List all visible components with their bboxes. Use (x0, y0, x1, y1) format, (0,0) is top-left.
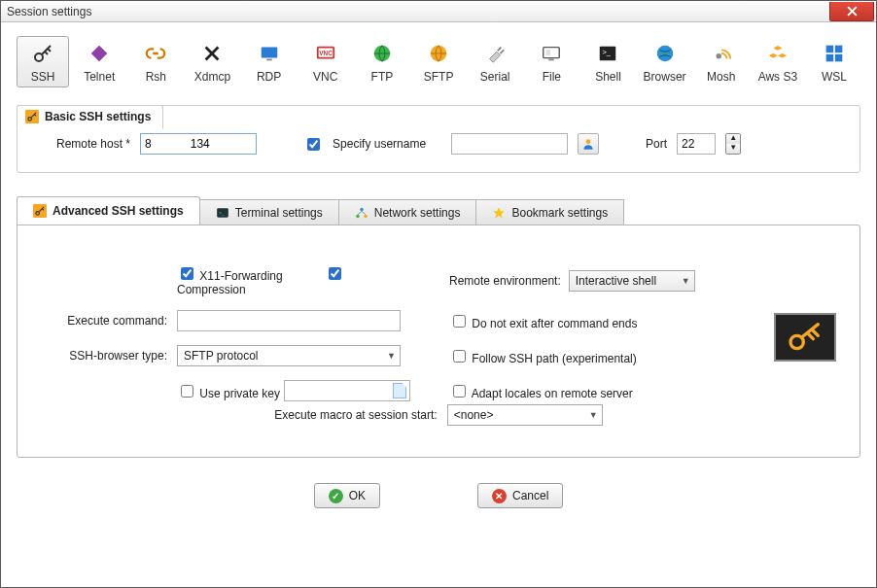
specify-username-checkbox[interactable] (307, 138, 320, 151)
svg-text:>_: >_ (219, 209, 225, 215)
svg-point-13 (716, 53, 721, 59)
protocol-ssh[interactable]: SSH (17, 36, 69, 87)
port-spinner[interactable]: ▲ ▼ (725, 133, 741, 155)
cancel-button[interactable]: ✕ Cancel (477, 483, 563, 508)
key-large-icon (786, 321, 824, 354)
macro-select[interactable]: <none> ▼ (447, 404, 603, 426)
ok-button[interactable]: ✓ OK (314, 483, 380, 508)
remote-host-input[interactable] (140, 133, 257, 155)
svg-text:VNC: VNC (319, 50, 333, 56)
key-icon (33, 204, 47, 218)
compression-checkbox[interactable] (329, 267, 341, 280)
svg-point-20 (586, 139, 591, 144)
username-input[interactable] (451, 133, 568, 155)
protocol-vnc[interactable]: VNC VNC (299, 36, 352, 87)
tab-terminal-settings[interactable]: >_ Terminal settings (199, 199, 339, 225)
file-icon[interactable] (393, 383, 406, 398)
key-icon (30, 41, 55, 66)
protocol-mosh[interactable]: Mosh (695, 36, 748, 87)
browser-type-select[interactable]: SFTP protocol ▼ (177, 345, 401, 366)
protocol-label: WSL (809, 70, 859, 84)
macro-label: Execute macro at session start: (274, 408, 437, 422)
remote-env-select[interactable]: Interactive shell ▼ (569, 270, 695, 292)
protocol-rsh[interactable]: Rsh (129, 36, 182, 87)
protocol-label: Shell (582, 70, 633, 84)
remote-env-value: Interactive shell (576, 274, 656, 288)
follow-path-label: Follow SSH path (experimental) (472, 352, 636, 365)
x11-option[interactable]: X11-Forwarding (177, 269, 286, 283)
protocol-awss3[interactable]: Aws S3 (752, 36, 804, 87)
basic-ssh-group: Basic SSH settings Remote host * Specify… (17, 105, 860, 173)
ssh-key-badge[interactable] (774, 313, 836, 362)
close-button[interactable] (829, 2, 874, 21)
private-key-label: Use private key (199, 387, 280, 400)
svg-text:>_: >_ (603, 48, 612, 56)
port-input[interactable] (677, 133, 716, 155)
dialog-buttons: ✓ OK ✕ Cancel (17, 483, 860, 508)
no-exit-label: Do not exit after command ends (472, 317, 637, 330)
chevron-down-icon: ▼ (682, 276, 690, 286)
svg-rect-16 (826, 54, 834, 62)
protocol-xdmcp[interactable]: Xdmcp (186, 36, 238, 87)
window-title: Session settings (7, 5, 91, 18)
protocol-browser[interactable]: Browser (639, 36, 691, 87)
protocol-shell[interactable]: >_ Shell (581, 36, 634, 87)
x11-label: X11-Forwarding (199, 269, 282, 283)
x-circle-icon: ✕ (492, 489, 507, 503)
remote-host-label: Remote host * (56, 137, 130, 151)
protocol-serial[interactable]: Serial (469, 36, 521, 87)
remote-env-label: Remote environment: (449, 274, 561, 288)
satellite-icon (709, 41, 734, 66)
exec-cmd-input[interactable] (177, 310, 401, 331)
chevron-down-icon: ▼ (589, 410, 598, 420)
x-icon (199, 41, 225, 66)
protocol-sftp[interactable]: SFTP (412, 36, 465, 87)
port-label: Port (646, 137, 667, 151)
chevron-down-icon: ▼ (387, 351, 396, 361)
link-icon (143, 41, 168, 66)
adapt-locales-label: Adapt locales on remote server (472, 387, 633, 400)
protocol-ftp[interactable]: FTP (356, 36, 408, 87)
protocol-telnet[interactable]: Telnet (73, 36, 125, 87)
protocol-label: Mosh (696, 70, 747, 84)
globe-green-icon (369, 41, 395, 66)
tab-bookmark-settings[interactable]: Bookmark settings (475, 199, 624, 225)
svg-rect-15 (835, 46, 843, 53)
macro-value: <none> (454, 408, 494, 422)
private-key-checkbox[interactable] (181, 385, 193, 398)
protocol-label: RDP (244, 70, 295, 84)
svg-rect-2 (266, 59, 272, 61)
no-exit-checkbox[interactable] (453, 315, 466, 328)
protocol-label: FTP (357, 70, 407, 84)
svg-rect-17 (835, 54, 843, 62)
windows-icon (822, 41, 847, 66)
compression-label: Compression (177, 283, 246, 296)
user-picker-button[interactable] (578, 133, 599, 155)
svg-rect-8 (546, 50, 551, 55)
protocol-rdp[interactable]: RDP (243, 36, 296, 87)
globe-orange-icon (426, 41, 451, 66)
close-icon (847, 6, 858, 17)
spinner-down-icon[interactable]: ▼ (726, 144, 740, 154)
follow-path-checkbox[interactable] (453, 350, 466, 363)
terminal-icon: >_ (595, 41, 620, 66)
adapt-locales-checkbox[interactable] (453, 385, 466, 398)
svg-point-26 (356, 214, 360, 218)
star-icon (492, 206, 506, 220)
adapt-locales-option[interactable]: Adapt locales on remote server (449, 382, 836, 400)
tab-advanced-ssh[interactable]: Advanced SSH settings (17, 196, 200, 225)
advanced-tabstrip: Advanced SSH settings >_ Terminal settin… (17, 196, 860, 225)
tab-network-settings[interactable]: Network settings (338, 199, 477, 225)
protocol-file[interactable]: File (525, 36, 578, 87)
private-key-option[interactable]: Use private key (177, 382, 280, 400)
vnc-icon: VNC (313, 41, 338, 66)
specify-username-label: Specify username (333, 137, 426, 151)
ok-label: OK (349, 489, 366, 502)
protocol-wsl[interactable]: WSL (808, 36, 860, 87)
protocol-label: SSH (18, 70, 68, 84)
x11-checkbox[interactable] (181, 267, 193, 280)
macro-row: Execute macro at session start: <none> ▼ (18, 404, 859, 426)
basic-ssh-tab: Basic SSH settings (17, 105, 163, 129)
titlebar: Session settings (1, 1, 876, 22)
private-key-input[interactable] (284, 380, 410, 401)
